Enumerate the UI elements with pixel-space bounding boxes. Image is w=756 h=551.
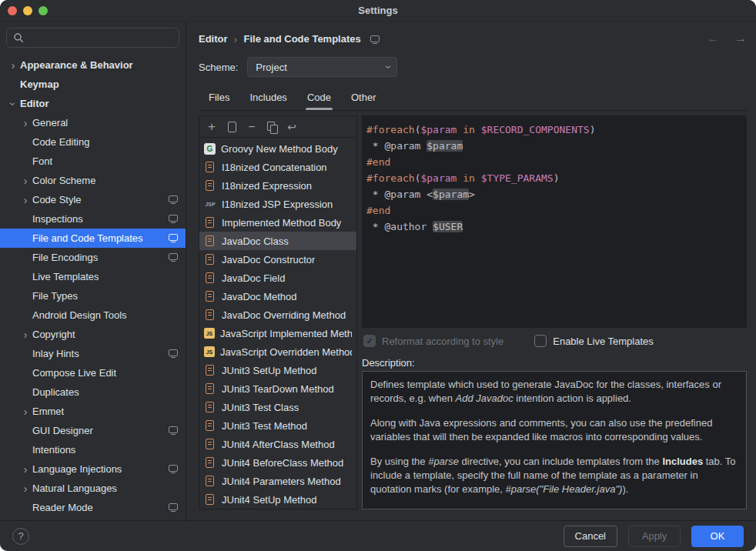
zoom-button[interactable]	[38, 6, 48, 15]
sidebar-item-font[interactable]: Font	[0, 152, 186, 171]
add-child-template-icon[interactable]	[222, 119, 241, 135]
sidebar-item-inspections[interactable]: Inspections	[0, 209, 186, 229]
template-item-junit4-afterclass-method[interactable]: JUnit4 AfterClass Method	[199, 435, 356, 453]
template-icon	[206, 217, 214, 228]
template-item-implemented-method-body[interactable]: Implemented Method Body	[199, 213, 356, 232]
remove-template-icon[interactable]	[243, 119, 261, 135]
sidebar-item-editor[interactable]: ›Editor	[0, 94, 186, 113]
sidebar-item-general[interactable]: ›General	[0, 113, 186, 132]
sidebar-item-label: Inlay Hints	[32, 348, 79, 359]
code-line: #foreach($param in $RECORD_COMPONENTS)	[366, 122, 742, 138]
chevron-right-icon[interactable]: ›	[18, 463, 32, 476]
template-item-javascript-overridden-method-body[interactable]: JSJavaScript Overridden Method Body	[199, 342, 356, 361]
sidebar-item-natural-languages[interactable]: ›Natural Languages	[0, 479, 186, 498]
sidebar-item-compose-live-edit[interactable]: Compose Live Edit	[0, 363, 186, 382]
titlebar: Settings	[0, 0, 756, 22]
chevron-down-icon[interactable]: ›	[7, 97, 19, 111]
chevron-right-icon[interactable]: ›	[18, 406, 32, 418]
chevron-right-icon[interactable]: ›	[18, 329, 32, 341]
template-item-i18nized-concatenation[interactable]: I18nized Concatenation	[199, 158, 356, 176]
non-project-settings-icon	[169, 234, 178, 241]
tab-includes[interactable]: Includes	[239, 85, 296, 110]
close-button[interactable]	[8, 6, 17, 15]
sidebar-item-duplicates[interactable]: Duplicates	[0, 382, 186, 402]
template-item-junit3-test-class[interactable]: JUnit3 Test Class	[199, 398, 356, 416]
sidebar-item-gui-designer[interactable]: GUI Designer	[0, 421, 186, 440]
back-arrow-icon[interactable]	[707, 32, 719, 45]
apply-button[interactable]: Apply	[628, 526, 681, 547]
sidebar-item-appearance-behavior[interactable]: ›Appearance & Behavior	[0, 55, 186, 75]
chevron-right-icon[interactable]: ›	[18, 117, 32, 129]
breadcrumb-editor[interactable]: Editor	[199, 33, 228, 45]
template-item-junit3-teardown-method[interactable]: JUnit3 TearDown Method	[199, 379, 356, 398]
sidebar-item-file-encodings[interactable]: File Encodings	[0, 248, 186, 267]
copy-template-icon[interactable]	[263, 119, 281, 135]
code-token	[475, 172, 481, 184]
chevron-right-icon[interactable]: ›	[6, 59, 20, 72]
cancel-button[interactable]: Cancel	[564, 526, 617, 547]
template-item-junit4-parameters-method[interactable]: JUnit4 Parameters Method	[199, 472, 356, 490]
sidebar-item-intentions[interactable]: Intentions	[0, 440, 186, 459]
enable-live-templates-checkbox[interactable]: Enable Live Templates	[534, 335, 654, 347]
sidebar-item-code-editing[interactable]: Code Editing	[0, 132, 186, 152]
description-segment: directive, you can include templates fro…	[459, 456, 662, 467]
sidebar-item-copyright[interactable]: ›Copyright	[0, 325, 186, 344]
template-item-label: I18nized JSP Expression	[222, 199, 333, 210]
template-item-javadoc-class[interactable]: JavaDoc Class	[199, 232, 356, 250]
template-item-label: JUnit3 TearDown Method	[222, 383, 334, 395]
description-box[interactable]: Defines template which used to generate …	[362, 371, 747, 509]
tab-code[interactable]: Code	[297, 85, 341, 110]
template-icon	[206, 272, 214, 283]
template-item-label: JUnit4 AfterClass Method	[222, 439, 335, 450]
template-item-i18nized-jsp-expression[interactable]: JSPI18nized JSP Expression	[199, 195, 356, 213]
template-item-junit4-setup-method[interactable]: JUnit4 SetUp Method	[199, 490, 356, 509]
template-item-label: JavaDoc Constructor	[222, 254, 315, 265]
template-item-i18nized-expression[interactable]: I18nized Expression	[199, 176, 356, 195]
sidebar-item-file-types[interactable]: File Types	[0, 286, 186, 306]
minimize-button[interactable]	[23, 6, 32, 15]
sidebar-item-android-design-tools[interactable]: Android Design Tools	[0, 306, 186, 325]
template-item-junit4-beforeclass-method[interactable]: JUnit4 BeforeClass Method	[199, 453, 356, 472]
template-item-junit3-setup-method[interactable]: JUnit3 SetUp Method	[199, 361, 356, 379]
template-item-javadoc-field[interactable]: JavaDoc Field	[199, 269, 356, 287]
reset-template-icon[interactable]	[283, 119, 301, 135]
checkbox-unchecked-icon	[534, 335, 547, 347]
sidebar-item-code-style[interactable]: ›Code Style	[0, 190, 186, 209]
template-item-javadoc-constructor[interactable]: JavaDoc Constructor	[199, 250, 356, 269]
code-token	[475, 124, 481, 135]
reformat-checkbox[interactable]: ✓ Reformat according to style	[363, 335, 503, 347]
sidebar-item-emmet[interactable]: ›Emmet	[0, 402, 186, 421]
template-item-javascript-implemented-method-body[interactable]: JSJavaScript Implemented Method Body	[199, 324, 356, 342]
chevron-right-icon[interactable]: ›	[18, 175, 32, 187]
template-item-groovy-new-method-body[interactable]: GGroovy New Method Body	[199, 139, 356, 158]
template-item-junit3-test-method[interactable]: JUnit3 Test Method	[199, 416, 356, 435]
sidebar-item-label: Duplicates	[32, 386, 79, 398]
sidebar-item-language-injections[interactable]: ›Language Injections	[0, 459, 186, 479]
help-button[interactable]: ?	[12, 528, 29, 545]
dialog-footer: ? Cancel Apply OK	[0, 520, 756, 551]
search-icon	[13, 32, 24, 43]
sidebar-item-file-and-code-templates[interactable]: File and Code Templates	[0, 229, 186, 248]
scheme-select[interactable]: Project	[247, 57, 397, 77]
template-item-label: JUnit3 SetUp Method	[222, 365, 317, 376]
tab-other[interactable]: Other	[341, 85, 386, 110]
sidebar-item-keymap[interactable]: Keymap	[0, 75, 186, 94]
forward-arrow-icon[interactable]	[734, 32, 747, 45]
sidebar-item-reader-mode[interactable]: Reader Mode	[0, 498, 186, 517]
search-input[interactable]	[28, 32, 172, 44]
template-icon	[206, 476, 214, 486]
template-item-javadoc-method[interactable]: JavaDoc Method	[199, 287, 356, 306]
add-template-icon[interactable]	[202, 119, 221, 135]
groovy-icon: G	[204, 143, 216, 155]
settings-search-field[interactable]	[6, 28, 179, 48]
chevron-right-icon[interactable]: ›	[18, 194, 32, 206]
ok-button[interactable]: OK	[691, 526, 744, 547]
sidebar-item-live-templates[interactable]: Live Templates	[0, 267, 186, 286]
template-item-javadoc-overriding-method[interactable]: JavaDoc Overriding Method	[199, 306, 356, 324]
chevron-right-icon[interactable]: ›	[18, 483, 32, 495]
template-editor[interactable]: #foreach($param in $RECORD_COMPONENTS) *…	[362, 115, 747, 328]
tab-files[interactable]: Files	[199, 85, 239, 110]
checkbox-checked-icon: ✓	[363, 335, 376, 347]
sidebar-item-inlay-hints[interactable]: Inlay Hints	[0, 344, 186, 363]
sidebar-item-color-scheme[interactable]: ›Color Scheme	[0, 171, 186, 190]
